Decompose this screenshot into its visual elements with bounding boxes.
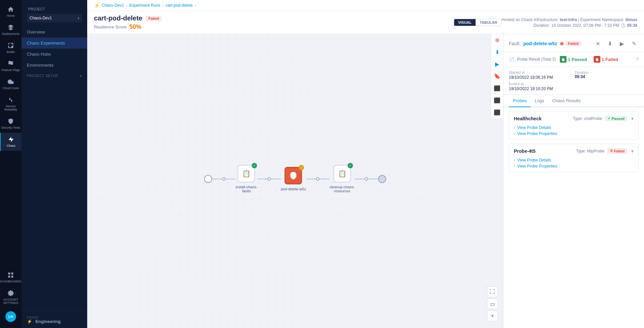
nav-item-security-tests-label: Security Tests	[1, 126, 20, 129]
probe-4t5-properties-link[interactable]: › View Probe Properties	[514, 164, 634, 169]
node-box-install[interactable]: 📋 ✓	[238, 165, 255, 182]
tab-tabular[interactable]: TABULAR	[476, 19, 501, 26]
probe-4t5-details-link[interactable]: › View Probe Details	[514, 158, 634, 162]
page-title-row: cart-pod-delete Failed	[94, 14, 447, 22]
connector-line	[368, 179, 378, 179]
pink-icon-btn[interactable]: ⬛	[491, 82, 503, 94]
workflow-node-install[interactable]: 📋 ✓ install-chaos-faults	[235, 165, 257, 193]
node-box-cleanup[interactable]: 📋 ✓	[333, 165, 351, 182]
probe-result-row: 📄 Probe Result (Total 2) 📋 1 Passed 📋 1 …	[503, 52, 644, 67]
nav-item-account-settings[interactable]: ACCOUNT SETTINGS	[0, 286, 21, 308]
probe-healthcheck-details-link[interactable]: › View Probe Details	[514, 125, 634, 130]
nav-item-dashboards[interactable]: DASHBOARDS	[0, 268, 21, 286]
chevron-icon: ›	[78, 16, 79, 20]
bookmark-icon-btn[interactable]: 🔖	[491, 70, 503, 82]
passed-check-icon: ✓	[607, 116, 610, 121]
started-label: Started at	[509, 70, 573, 74]
passed-icon: 📋	[560, 56, 567, 63]
tab-probes[interactable]: Probes	[509, 95, 531, 107]
breadcrumb-item-runs[interactable]: Experiment Runs	[129, 3, 160, 8]
user-avatar[interactable]: LH	[5, 311, 16, 322]
probe-healthcheck-type-row: Type: cmdProbe ✓ Passed ▾	[573, 116, 634, 121]
probe-4t5-expand[interactable]: ▾	[631, 148, 634, 154]
node-label-cleanup: cleanup-chaos-resources	[329, 185, 355, 193]
nav-item-feature-flags[interactable]: Feature Flags	[0, 57, 21, 75]
page-header: cart-pod-delete Failed Resilience Score …	[87, 11, 644, 34]
breadcrumb-item-project[interactable]: Chaos-Dev1	[102, 3, 124, 8]
nav-item-builds[interactable]: Builds	[0, 39, 21, 57]
zoom-in-button[interactable]: +	[487, 311, 498, 321]
nav-item-deployments[interactable]: Deployments	[0, 21, 21, 39]
breadcrumb-sep-1: ›	[126, 3, 127, 8]
tab-chaos-results[interactable]: Chaos Results	[548, 95, 585, 107]
sidebar-bottom: CHAOS ⚡ Engineering	[21, 311, 87, 328]
download-button[interactable]: ⬇	[605, 39, 614, 48]
content-area: 📋 ✓ install-chaos-faults 💀 !	[87, 34, 644, 328]
probe-healthcheck-header: Healthcheck Type: cmdProbe ✓ Passed ▾	[509, 112, 638, 125]
ended-at-section: Ended at 19/10/2022 19:10:20 PM	[509, 82, 573, 91]
probe-4t5-type-row: Type: httpProbe ✕ Failed ▾	[576, 148, 634, 154]
file-icon: 📄	[509, 57, 514, 62]
node-box-pod-delete[interactable]: 💀 !	[285, 167, 302, 184]
duration-section: Duration 05:34	[575, 70, 639, 80]
purple-icon-btn[interactable]: ⬛	[491, 94, 503, 107]
connector-1	[257, 177, 281, 181]
side-action-panel: ⊗ ⬇ ▶ 🔖 ⬛ ⬛ ⬛	[491, 34, 503, 119]
workflow-canvas[interactable]: 📋 ✓ install-chaos-faults 💀 !	[87, 34, 503, 328]
download-icon-btn[interactable]: ⬇	[491, 46, 503, 58]
node-label-pod-delete: pod-delete-w5z	[281, 187, 306, 191]
nav-item-home[interactable]: Home	[0, 3, 21, 21]
cancel-icon-btn[interactable]: ⊗	[491, 34, 503, 46]
tab-logs[interactable]: Logs	[531, 95, 548, 107]
sidebar-bottom-label: CHAOS	[27, 316, 82, 319]
connector-line	[271, 179, 281, 179]
svg-rect-3	[11, 276, 13, 278]
nav-item-chaos[interactable]: Chaos	[0, 133, 21, 151]
connector-dot	[267, 177, 271, 181]
run-icon-btn[interactable]: ▶	[491, 58, 503, 70]
namespace-value: litmus	[626, 17, 637, 22]
panel-title: Fault: pod-delete-w5z ⊗ Failed	[509, 41, 581, 46]
failed-x-icon: ✕	[610, 149, 613, 153]
duration-range: 19 October 2022, 07:06 PM - 7:10 PM	[551, 23, 620, 28]
probe-healthcheck-status: ✓ Passed	[605, 116, 627, 121]
nav-item-cloud-costs[interactable]: Cloud Costs	[0, 75, 21, 93]
duration-header-label: Duration	[575, 70, 639, 74]
edit-button[interactable]: ✎	[629, 39, 639, 48]
nav-item-dashboards-label: DASHBOARDS	[0, 280, 21, 283]
orange-icon-btn[interactable]: ⬛	[491, 107, 503, 119]
nav-item-security-tests[interactable]: Security Tests	[0, 115, 21, 133]
close-button[interactable]: ✕	[593, 39, 602, 48]
probe-passed-count: 📋 1 Passed	[560, 56, 587, 63]
sidebar-project-selector[interactable]: Chaos-Dev1 ›	[27, 14, 82, 22]
workflow-node-cleanup[interactable]: 📋 ✓ cleanup-chaos-resources	[329, 165, 355, 193]
started-at-section: Started at 19/10/2022 19:06:16 PM	[509, 70, 573, 80]
expand-button[interactable]: ⛶	[487, 286, 498, 297]
breadcrumb-item-current[interactable]: cart-pod-delete	[166, 3, 193, 8]
connector-line	[355, 179, 365, 179]
sidebar-item-overview[interactable]: Overview	[21, 26, 87, 38]
workflow-node-pod-delete[interactable]: 💀 ! pod-delete-w5z	[281, 167, 306, 191]
probe-item-4t5: Probe-4t5 Type: httpProbe ✕ Failed ▾	[509, 144, 639, 172]
fault-status-badge: Failed	[565, 41, 581, 46]
sidebar-project-setup-header[interactable]: PROJECT SETUP ▾	[21, 71, 87, 80]
chevron-icon: ›	[514, 164, 515, 169]
probe-healthcheck-expand[interactable]: ▾	[631, 116, 634, 121]
sidebar-item-environments[interactable]: Environments	[21, 60, 87, 71]
play-button[interactable]: ▶	[617, 39, 627, 48]
connector-start	[204, 175, 235, 183]
sidebar-item-chaos-hubs[interactable]: Chaos Hubs	[21, 49, 87, 60]
sidebar-bottom-title: ⚡ Engineering	[27, 319, 82, 324]
fit-button[interactable]: ▭	[487, 299, 498, 309]
chevron-icon: ›	[514, 131, 515, 136]
tab-visual[interactable]: VISUAL	[454, 19, 476, 26]
failed-icon: 📋	[594, 56, 600, 63]
node-icon-cleanup: 📋	[338, 170, 346, 178]
fault-label: Fault:	[509, 41, 521, 46]
duration-time: 05:34	[627, 23, 637, 28]
sidebar-item-chaos-experiments[interactable]: Chaos Experiments	[21, 38, 87, 49]
ended-value: 19/10/2022 19:10:20 PM	[509, 86, 573, 91]
help-icon[interactable]: ?	[636, 57, 639, 62]
nav-item-service-reliability[interactable]: Service Reliability	[0, 93, 21, 115]
probe-healthcheck-properties-link[interactable]: › View Probe Properties	[514, 131, 634, 136]
